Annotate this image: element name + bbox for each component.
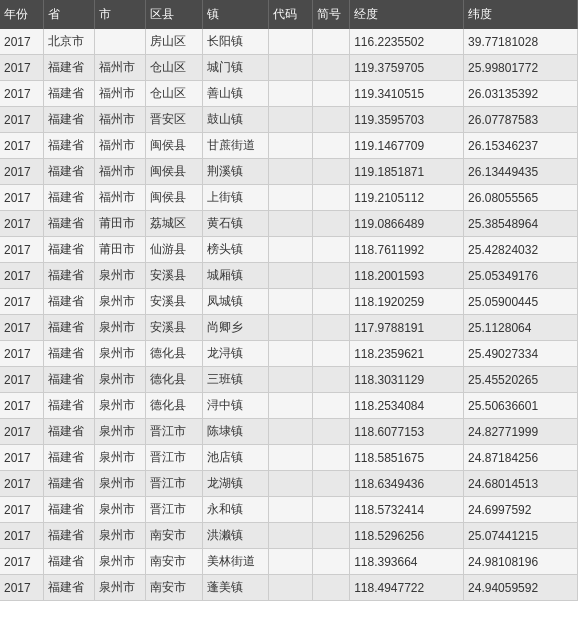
cell-code [269, 549, 312, 575]
table-row: 2017福建省泉州市安溪县城厢镇118.200159325.05349176 [0, 263, 578, 289]
cell-lat: 39.77181028 [464, 29, 578, 55]
cell-town: 善山镇 [203, 81, 269, 107]
cell-year: 2017 [0, 133, 43, 159]
cell-dist: 荔城区 [146, 211, 203, 237]
cell-dist: 德化县 [146, 367, 203, 393]
cell-dist: 南安市 [146, 523, 203, 549]
cell-code [269, 159, 312, 185]
table-row: 2017福建省福州市闽侯县荆溪镇119.185187126.13449435 [0, 159, 578, 185]
cell-lat: 26.13449435 [464, 159, 578, 185]
cell-town: 黄石镇 [203, 211, 269, 237]
cell-city: 泉州市 [95, 523, 146, 549]
cell-code [269, 81, 312, 107]
cell-lon: 119.1851871 [350, 159, 464, 185]
cell-year: 2017 [0, 575, 43, 601]
cell-year: 2017 [0, 523, 43, 549]
cell-year: 2017 [0, 211, 43, 237]
cell-town: 鼓山镇 [203, 107, 269, 133]
cell-lat: 25.49027334 [464, 341, 578, 367]
cell-code [269, 315, 312, 341]
cell-lon: 119.2105112 [350, 185, 464, 211]
cell-city: 泉州市 [95, 497, 146, 523]
cell-town: 蓬美镇 [203, 575, 269, 601]
cell-city: 泉州市 [95, 445, 146, 471]
cell-town: 城门镇 [203, 55, 269, 81]
cell-lon: 118.6349436 [350, 471, 464, 497]
cell-lat: 26.07787583 [464, 107, 578, 133]
cell-code [269, 133, 312, 159]
cell-city: 泉州市 [95, 289, 146, 315]
header-dist: 区县 [146, 0, 203, 29]
cell-abbr [312, 419, 350, 445]
cell-code [269, 523, 312, 549]
cell-lon: 118.6077153 [350, 419, 464, 445]
cell-code [269, 237, 312, 263]
cell-abbr [312, 315, 350, 341]
cell-prov: 福建省 [43, 159, 94, 185]
cell-town: 池店镇 [203, 445, 269, 471]
cell-abbr [312, 549, 350, 575]
cell-dist: 晋江市 [146, 471, 203, 497]
cell-lon: 118.5732414 [350, 497, 464, 523]
cell-city: 福州市 [95, 133, 146, 159]
cell-abbr [312, 523, 350, 549]
cell-city: 泉州市 [95, 367, 146, 393]
table-row: 2017福建省泉州市安溪县凤城镇118.192025925.05900445 [0, 289, 578, 315]
table-row: 2017福建省泉州市南安市美林街道118.39366424.98108196 [0, 549, 578, 575]
header-lat: 纬度 [464, 0, 578, 29]
cell-lon: 118.2001593 [350, 263, 464, 289]
cell-prov: 福建省 [43, 107, 94, 133]
cell-town: 甘蔗街道 [203, 133, 269, 159]
cell-abbr [312, 185, 350, 211]
cell-prov: 福建省 [43, 549, 94, 575]
cell-year: 2017 [0, 263, 43, 289]
cell-abbr [312, 263, 350, 289]
cell-town: 三班镇 [203, 367, 269, 393]
cell-town: 上街镇 [203, 185, 269, 211]
cell-town: 尚卿乡 [203, 315, 269, 341]
table-row: 2017福建省泉州市晋江市池店镇118.585167524.87184256 [0, 445, 578, 471]
cell-dist: 晋江市 [146, 497, 203, 523]
cell-prov: 福建省 [43, 81, 94, 107]
cell-lon: 119.3595703 [350, 107, 464, 133]
cell-code [269, 29, 312, 55]
cell-town: 龙湖镇 [203, 471, 269, 497]
cell-lon: 118.2534084 [350, 393, 464, 419]
cell-lon: 119.3759705 [350, 55, 464, 81]
cell-city: 莆田市 [95, 211, 146, 237]
cell-year: 2017 [0, 289, 43, 315]
cell-dist: 闽侯县 [146, 159, 203, 185]
header-town: 镇 [203, 0, 269, 29]
header-abbr: 简号 [312, 0, 350, 29]
cell-year: 2017 [0, 549, 43, 575]
cell-abbr [312, 211, 350, 237]
cell-town: 陈埭镇 [203, 419, 269, 445]
table-row: 2017福建省福州市晋安区鼓山镇119.359570326.07787583 [0, 107, 578, 133]
cell-abbr [312, 575, 350, 601]
header-prov: 省 [43, 0, 94, 29]
table-row: 2017福建省泉州市晋江市陈埭镇118.607715324.82771999 [0, 419, 578, 445]
cell-lat: 25.38548964 [464, 211, 578, 237]
cell-dist: 仙游县 [146, 237, 203, 263]
cell-year: 2017 [0, 341, 43, 367]
cell-abbr [312, 445, 350, 471]
table-row: 2017福建省泉州市德化县浔中镇118.253408425.50636601 [0, 393, 578, 419]
table-row: 2017福建省福州市仓山区城门镇119.375970525.99801772 [0, 55, 578, 81]
cell-lat: 25.50636601 [464, 393, 578, 419]
cell-code [269, 107, 312, 133]
cell-prov: 福建省 [43, 315, 94, 341]
table-row: 2017福建省莆田市仙游县榜头镇118.761199225.42824032 [0, 237, 578, 263]
cell-abbr [312, 159, 350, 185]
table-row: 2017福建省泉州市安溪县尚卿乡117.978819125.1128064 [0, 315, 578, 341]
cell-lon: 118.4947722 [350, 575, 464, 601]
cell-city: 泉州市 [95, 419, 146, 445]
cell-town: 长阳镇 [203, 29, 269, 55]
cell-dist: 闽侯县 [146, 133, 203, 159]
cell-town: 龙浔镇 [203, 341, 269, 367]
cell-abbr [312, 29, 350, 55]
cell-code [269, 471, 312, 497]
cell-abbr [312, 341, 350, 367]
table-row: 2017福建省泉州市晋江市永和镇118.573241424.6997592 [0, 497, 578, 523]
cell-dist: 晋安区 [146, 107, 203, 133]
cell-dist: 德化县 [146, 393, 203, 419]
